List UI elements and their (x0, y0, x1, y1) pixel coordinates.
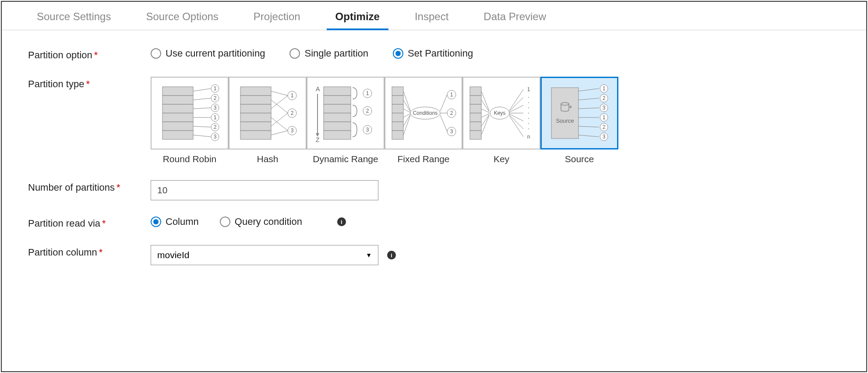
dynamic-range-icon: A Z (311, 82, 380, 144)
svg-rect-3 (162, 113, 193, 122)
svg-line-7 (193, 98, 211, 100)
svg-line-88 (481, 100, 489, 112)
svg-line-99 (509, 114, 523, 121)
svg-text:Z: Z (316, 136, 320, 143)
partition-type-fixed-range[interactable]: Conditions 1 2 3 (385, 77, 462, 149)
tab-optimize[interactable]: Optimize (318, 2, 397, 30)
svg-rect-48 (324, 104, 351, 113)
svg-point-107 (528, 118, 529, 119)
svg-rect-63 (392, 131, 403, 139)
tab-source-options[interactable]: Source Options (128, 2, 236, 30)
svg-rect-61 (392, 113, 403, 122)
svg-rect-25 (240, 96, 271, 104)
radio-single-partition[interactable]: Single partition (289, 48, 368, 59)
radio-query-condition[interactable]: Query condition (220, 216, 302, 227)
svg-line-67 (403, 114, 410, 117)
svg-text:1: 1 (291, 92, 294, 99)
svg-line-100 (509, 115, 523, 129)
svg-rect-29 (240, 131, 271, 139)
svg-line-11 (193, 135, 211, 137)
svg-point-104 (528, 102, 529, 103)
partition-option-label: Partition option* (28, 48, 151, 61)
info-icon[interactable]: i (387, 251, 396, 259)
svg-text:A: A (316, 85, 320, 92)
svg-line-97 (509, 105, 523, 112)
svg-line-115 (579, 98, 599, 100)
tab-source-settings[interactable]: Source Settings (19, 2, 128, 30)
svg-point-105 (528, 107, 529, 108)
fixed-range-icon: Conditions 1 2 3 (389, 82, 458, 144)
svg-text:3: 3 (450, 128, 453, 135)
svg-rect-28 (240, 122, 271, 131)
svg-text:1: 1 (366, 90, 369, 96)
svg-text:1: 1 (603, 85, 606, 92)
round-robin-icon: 1 2 3 1 2 3 (155, 82, 224, 144)
svg-rect-49 (324, 113, 351, 122)
svg-text:2: 2 (214, 95, 217, 101)
svg-text:3: 3 (291, 128, 294, 134)
svg-point-106 (528, 113, 529, 114)
partition-type-hash[interactable]: 1 2 3 (229, 77, 307, 149)
tab-bar: Source Settings Source Options Projectio… (2, 2, 866, 30)
svg-rect-59 (392, 96, 403, 104)
svg-text:Keys: Keys (494, 110, 506, 116)
svg-rect-83 (470, 104, 481, 113)
partition-type-cards: 1 2 3 1 2 3 Round Robin (151, 77, 840, 164)
svg-rect-1 (162, 96, 193, 104)
svg-text:1: 1 (214, 85, 217, 92)
radio-use-current-partitioning[interactable]: Use current partitioning (151, 48, 265, 59)
svg-rect-50 (324, 122, 351, 131)
radio-column[interactable]: Column (151, 216, 199, 227)
svg-line-64 (403, 91, 410, 111)
svg-line-66 (403, 109, 410, 113)
svg-rect-47 (324, 96, 351, 104)
partition-column-select[interactable]: movieId ▼ (151, 245, 378, 265)
svg-line-91 (481, 114, 489, 126)
svg-line-74 (440, 115, 447, 131)
svg-text:Conditions: Conditions (413, 110, 438, 116)
svg-rect-26 (240, 104, 271, 113)
svg-line-35 (271, 131, 288, 135)
svg-text:n: n (527, 134, 530, 140)
svg-rect-58 (392, 87, 403, 96)
svg-line-96 (509, 97, 523, 111)
partition-option-group: Use current partitioning Single partitio… (151, 48, 840, 59)
svg-point-109 (528, 128, 529, 129)
svg-rect-62 (392, 122, 403, 131)
svg-text:1: 1 (527, 86, 530, 92)
svg-text:3: 3 (214, 105, 217, 111)
svg-rect-60 (392, 104, 403, 113)
info-icon[interactable]: i (337, 217, 346, 226)
svg-line-90 (481, 114, 489, 117)
tab-projection[interactable]: Projection (236, 2, 318, 30)
svg-text:2: 2 (603, 95, 606, 101)
svg-rect-24 (240, 87, 271, 96)
partition-type-round-robin-label: Round Robin (163, 154, 217, 164)
radio-set-partitioning[interactable]: Set Partitioning (393, 48, 473, 59)
svg-rect-82 (470, 96, 481, 104)
svg-line-68 (403, 114, 410, 126)
key-icon: Keys (467, 82, 536, 144)
hash-icon: 1 2 3 (233, 82, 302, 144)
svg-text:2: 2 (291, 110, 294, 116)
svg-line-87 (481, 91, 489, 111)
svg-rect-81 (470, 87, 481, 96)
partition-type-label: Partition type* (28, 77, 151, 90)
svg-text:3: 3 (603, 134, 606, 140)
tab-inspect[interactable]: Inspect (397, 2, 466, 30)
partition-read-via-label: Partition read via* (28, 216, 151, 229)
partition-type-round-robin[interactable]: 1 2 3 1 2 3 (151, 77, 229, 149)
svg-point-103 (528, 97, 529, 98)
tab-data-preview[interactable]: Data Preview (466, 2, 564, 30)
svg-line-72 (440, 95, 447, 111)
svg-line-119 (579, 135, 599, 137)
svg-rect-85 (470, 122, 481, 131)
partition-type-dynamic-range[interactable]: A Z (307, 77, 385, 149)
svg-text:2: 2 (366, 108, 369, 114)
partition-type-source[interactable]: Source 1 (540, 77, 618, 149)
partition-type-key[interactable]: Keys (462, 77, 540, 149)
num-partitions-input[interactable] (151, 180, 378, 200)
partition-type-dynamic-range-label: Dynamic Range (313, 154, 378, 164)
num-partitions-label: Number of partitions* (28, 180, 151, 193)
chevron-down-icon: ▼ (366, 252, 372, 259)
